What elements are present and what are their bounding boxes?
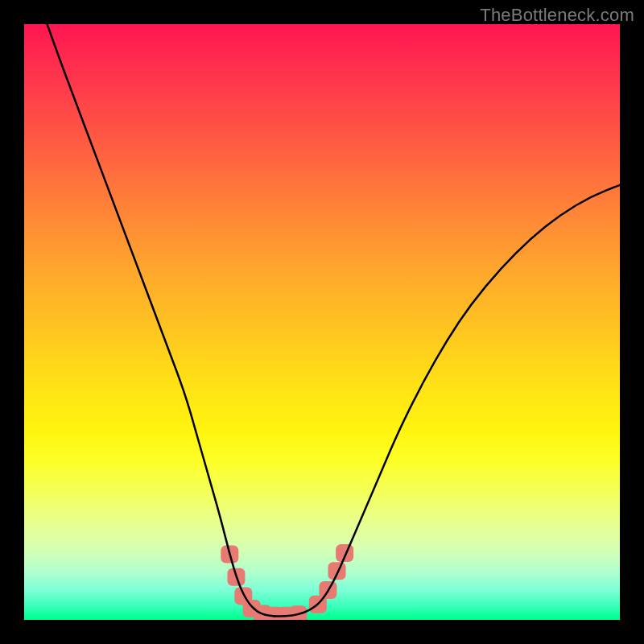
plot-area: [24, 24, 620, 620]
watermark-text: TheBottleneck.com: [480, 5, 634, 26]
chart-svg: [24, 24, 620, 620]
curve-right-arm: [275, 185, 620, 617]
marker: [328, 562, 346, 580]
chart-frame: TheBottleneck.com: [0, 0, 644, 644]
line-layer: [45, 24, 620, 617]
curve-left-arm: [45, 24, 275, 617]
